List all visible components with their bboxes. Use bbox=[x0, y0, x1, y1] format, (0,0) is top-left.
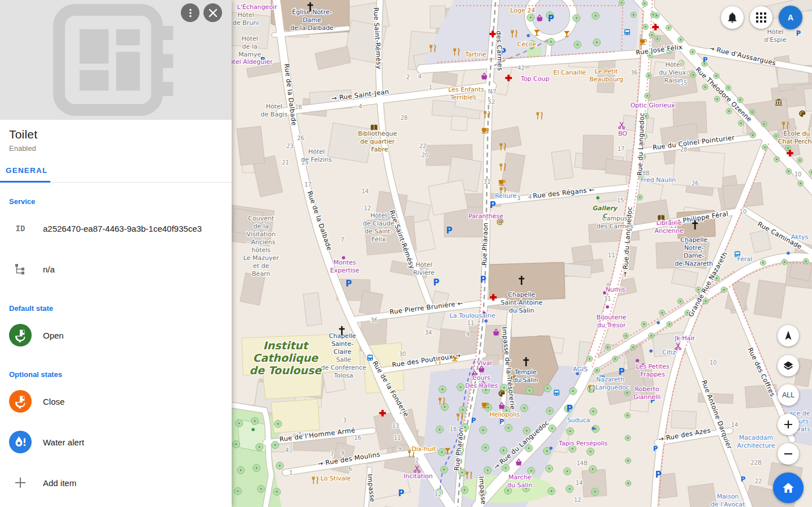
place-label: École duChat Perché bbox=[778, 130, 812, 145]
place-label: MontesExpertise bbox=[330, 259, 359, 274]
svg-text:23: 23 bbox=[286, 143, 294, 149]
svg-text:14: 14 bbox=[576, 480, 583, 486]
place-label: Hôtel Aldeguier bbox=[232, 58, 273, 66]
poi-dot bbox=[636, 359, 639, 362]
svg-text:21: 21 bbox=[282, 159, 289, 166]
parking-icon: P bbox=[653, 445, 658, 453]
service-id-value: a2526470-ea87-4463-9a3b-1ce40f935ce3 bbox=[43, 224, 202, 233]
layers-button[interactable] bbox=[778, 355, 799, 376]
poi-dot bbox=[649, 349, 653, 353]
parking-icon: P bbox=[567, 404, 573, 414]
add-item-label: Add item bbox=[43, 478, 76, 488]
book-icon bbox=[371, 125, 377, 131]
place-label: LibrairieAncienne bbox=[654, 219, 683, 235]
status-text: Enabled bbox=[9, 144, 223, 153]
state-row-water-alert[interactable]: Water alert bbox=[0, 422, 232, 462]
bell-icon bbox=[726, 11, 739, 24]
svg-text:26: 26 bbox=[692, 180, 699, 187]
svg-text:12: 12 bbox=[435, 491, 442, 497]
state-row-close[interactable]: Close bbox=[0, 381, 232, 422]
parking-icon: P bbox=[548, 14, 554, 24]
place-label: RobertoGiannelli bbox=[633, 385, 661, 401]
svg-text:10: 10 bbox=[740, 209, 747, 215]
place-label: Fred Naulin bbox=[641, 176, 676, 184]
svg-text:11: 11 bbox=[467, 320, 475, 326]
notifications-button[interactable] bbox=[721, 6, 744, 29]
tab-general[interactable]: GENERAL bbox=[0, 162, 54, 180]
svg-text:3: 3 bbox=[517, 195, 520, 201]
svg-text:13: 13 bbox=[392, 423, 400, 429]
svg-text:22: 22 bbox=[419, 143, 427, 149]
plus-icon bbox=[9, 471, 32, 494]
svg-text:2: 2 bbox=[406, 74, 410, 80]
section-service: Service bbox=[0, 183, 232, 208]
toilet-close-icon bbox=[9, 390, 32, 413]
svg-text:11: 11 bbox=[394, 435, 401, 441]
parking-icon: P bbox=[480, 275, 487, 285]
zoom-out-button[interactable] bbox=[778, 443, 799, 465]
toilet-open-icon bbox=[9, 324, 32, 346]
place-label: BO bbox=[618, 130, 627, 137]
close-button[interactable] bbox=[203, 3, 222, 22]
service-group-row: n/a bbox=[0, 249, 232, 289]
bus-icon bbox=[367, 354, 373, 361]
svg-text:4: 4 bbox=[418, 73, 422, 80]
parking-icon: P bbox=[655, 470, 662, 480]
poi-dot bbox=[527, 34, 530, 37]
apps-grid-button[interactable] bbox=[750, 6, 772, 29]
svg-text:20: 20 bbox=[422, 152, 429, 158]
place-label: Marchédu Salin bbox=[507, 474, 532, 489]
place-label: Aktys bbox=[791, 233, 809, 241]
place-label: Tartine bbox=[464, 51, 487, 58]
parking-icon: P bbox=[796, 29, 801, 37]
more-options-button[interactable] bbox=[181, 3, 199, 22]
svg-text:4: 4 bbox=[359, 103, 362, 110]
svg-text:12: 12 bbox=[574, 497, 581, 503]
place-label: Paranthèse bbox=[468, 213, 503, 220]
all-layers-button[interactable]: ALL bbox=[778, 384, 799, 406]
svg-text:10: 10 bbox=[710, 359, 717, 366]
map-canvas[interactable]: PPPPPPPPPPPPPPPPPPPP@2826232421174241628… bbox=[232, 0, 812, 507]
minus-icon bbox=[783, 449, 793, 459]
street-label: des Carmes bbox=[495, 31, 504, 71]
poi-dot bbox=[606, 305, 609, 309]
place-label: Vival bbox=[477, 359, 492, 367]
parking-icon: P bbox=[398, 488, 405, 499]
state-row-open[interactable]: Open bbox=[0, 315, 232, 356]
street-label: Rue Pharaon bbox=[480, 223, 490, 266]
svg-text:30: 30 bbox=[399, 351, 406, 357]
parking-icon: P bbox=[471, 417, 476, 424]
service-group-value: n/a bbox=[43, 265, 55, 274]
svg-text:36: 36 bbox=[371, 317, 378, 323]
parking-icon: P bbox=[500, 418, 504, 426]
svg-text:9: 9 bbox=[341, 450, 344, 456]
tree-icon bbox=[9, 258, 32, 280]
home-button[interactable] bbox=[773, 473, 804, 503]
layers-icon bbox=[782, 359, 794, 372]
parking-icon: P bbox=[490, 200, 496, 210]
svg-text:14B: 14B bbox=[576, 460, 588, 466]
add-item-row[interactable]: Add item bbox=[0, 462, 232, 503]
zoom-in-button[interactable] bbox=[778, 414, 799, 435]
place-label: Top Coup bbox=[520, 75, 549, 83]
compass-button[interactable] bbox=[778, 325, 799, 346]
svg-text:7: 7 bbox=[331, 451, 334, 457]
poi-dot bbox=[596, 196, 600, 200]
tab-bar: GENERAL bbox=[0, 162, 232, 183]
poi-dot bbox=[592, 427, 595, 430]
place-label: Cécile bbox=[517, 41, 536, 48]
place-label: Heliopolis bbox=[489, 411, 520, 418]
poi-dot bbox=[549, 447, 553, 450]
place-label: Bijouteriedu Trésor bbox=[597, 314, 627, 329]
place-label: Incitation bbox=[403, 473, 432, 480]
compass-icon bbox=[782, 330, 794, 342]
svg-text:22: 22 bbox=[755, 478, 762, 484]
avatar[interactable]: A bbox=[779, 6, 802, 29]
plus-icon bbox=[783, 419, 793, 430]
svg-text:14: 14 bbox=[731, 422, 739, 428]
parking-icon: P bbox=[433, 278, 440, 288]
place-label: El Canaille bbox=[553, 69, 586, 76]
grid-icon bbox=[756, 12, 766, 23]
service-id-row: ID a2526470-ea87-4463-9a3b-1ce40f935ce3 bbox=[0, 208, 232, 249]
bus-icon bbox=[624, 29, 630, 35]
